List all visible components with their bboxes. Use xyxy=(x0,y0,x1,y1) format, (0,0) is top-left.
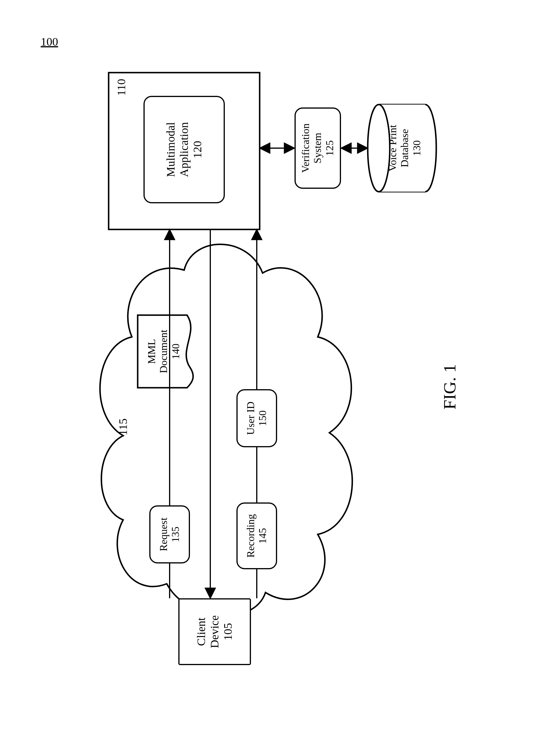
request-node: Request 135 xyxy=(149,505,190,564)
database-ref: 130 xyxy=(411,140,423,156)
mml-document-title2: Document xyxy=(158,330,170,373)
recording-ref: 145 xyxy=(257,528,269,544)
application-title1: Multimodal xyxy=(164,122,178,177)
request-title: Request xyxy=(158,517,170,551)
cloud-shape xyxy=(100,244,352,616)
userid-node: User ID 150 xyxy=(236,389,277,447)
figure-label: FIG. 1 xyxy=(440,364,460,409)
userid-title: User ID xyxy=(245,402,257,435)
diagram-connectors xyxy=(62,49,498,688)
application-node: Multimodal Application 120 xyxy=(144,96,225,203)
client-device-title2: Device xyxy=(208,615,221,648)
database-title2: Database xyxy=(399,129,411,167)
database-title1: Voice Print xyxy=(387,125,399,171)
verification-title2: System xyxy=(312,133,324,163)
diagram-ref-label: 100 xyxy=(41,35,58,48)
diagram-stage: 115 110 Client Device 105 Request 135 MM… xyxy=(62,49,498,688)
request-ref: 135 xyxy=(170,526,182,542)
recording-title: Recording xyxy=(245,514,257,558)
client-device-title: Client xyxy=(195,618,208,646)
client-device-node: Client Device 105 xyxy=(178,598,251,665)
client-device-ref: 105 xyxy=(221,623,235,641)
verification-title1: Verification xyxy=(300,123,312,173)
verification-ref: 125 xyxy=(324,140,336,156)
recording-node: Recording 145 xyxy=(236,502,277,569)
application-ref: 120 xyxy=(191,141,204,158)
database-node: Voice Print Database 130 xyxy=(383,107,427,189)
server-ref-label: 110 xyxy=(114,79,128,96)
mml-document-ref: 140 xyxy=(170,344,182,359)
userid-ref: 150 xyxy=(257,410,269,426)
mml-document-node: MML Document 140 xyxy=(142,315,186,388)
application-title2: Application xyxy=(178,122,191,177)
verification-node: Verification System 125 xyxy=(295,107,341,189)
mml-document-title1: MML xyxy=(146,339,158,364)
cloud-ref-label: 115 xyxy=(117,415,129,438)
